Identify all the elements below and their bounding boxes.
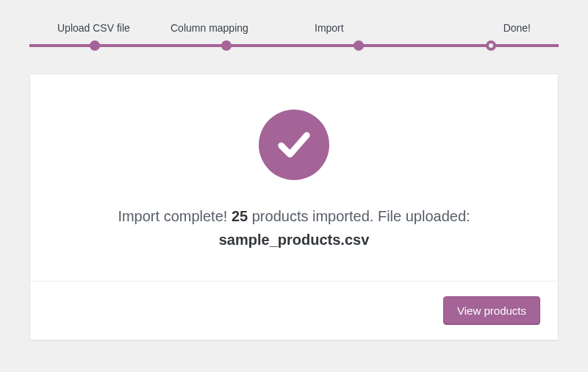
import-wizard: Upload CSV file Column mapping Import Do… (0, 0, 588, 355)
step-dot-done (486, 40, 496, 51)
step-dot-upload (90, 40, 100, 51)
step-label-import: Import (294, 22, 426, 34)
step-dot-import (354, 40, 364, 51)
uploaded-filename: sample_products.csv (60, 232, 528, 248)
step-dot-mapping (221, 40, 232, 51)
progress-stepper: Upload CSV file Column mapping Import Do… (29, 22, 559, 56)
card-footer: View products (30, 281, 558, 340)
checkmark-icon (259, 110, 329, 180)
step-label-upload: Upload CSV file (29, 22, 162, 34)
step-label-mapping: Column mapping (162, 22, 294, 34)
result-card: Import complete! 25 products imported. F… (29, 74, 559, 340)
view-products-button[interactable]: View products (443, 296, 540, 325)
message-prefix: Import complete! (118, 208, 232, 224)
stepper-track (29, 44, 559, 47)
imported-count: 25 (232, 208, 248, 224)
message-suffix: products imported. File uploaded: (248, 208, 470, 224)
card-body: Import complete! 25 products imported. F… (30, 74, 558, 281)
step-label-done: Done! (426, 22, 559, 34)
import-message: Import complete! 25 products imported. F… (60, 204, 528, 229)
